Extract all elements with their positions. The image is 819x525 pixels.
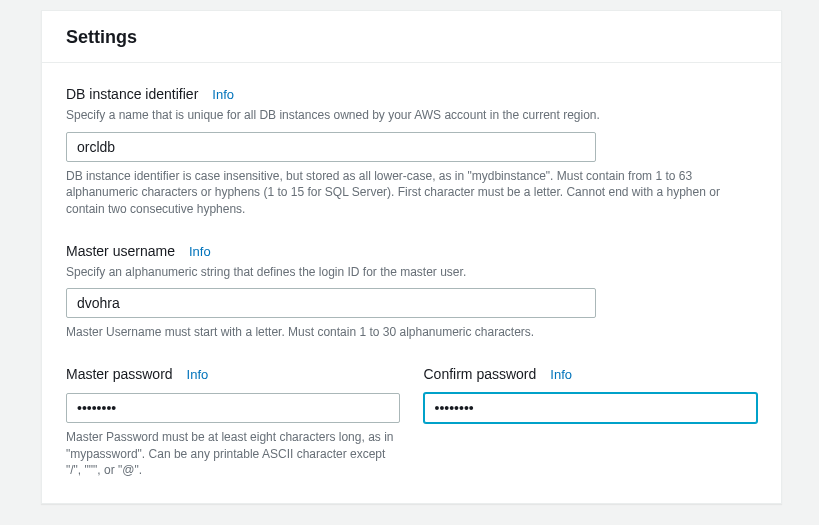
- panel-title: Settings: [66, 25, 761, 50]
- master-password-input[interactable]: [66, 393, 400, 423]
- password-row: Master password Info Master Password mus…: [66, 365, 757, 479]
- confirm-password-input[interactable]: [424, 393, 758, 423]
- master-password-help: Master Password must be at least eight c…: [66, 429, 400, 479]
- panel-header: Settings: [42, 11, 781, 63]
- db-identifier-label: DB instance identifier: [66, 85, 198, 105]
- db-identifier-info-link[interactable]: Info: [212, 86, 234, 104]
- db-identifier-description: Specify a name that is unique for all DB…: [66, 107, 757, 124]
- master-password-info-link[interactable]: Info: [187, 366, 209, 384]
- db-identifier-field: DB instance identifier Info Specify a na…: [66, 85, 757, 218]
- confirm-password-label: Confirm password: [424, 365, 537, 385]
- master-username-input[interactable]: [66, 288, 596, 318]
- db-identifier-help: DB instance identifier is case insensiti…: [66, 168, 757, 218]
- master-username-help: Master Username must start with a letter…: [66, 324, 757, 341]
- master-password-label: Master password: [66, 365, 173, 385]
- master-password-field: Master password Info Master Password mus…: [66, 365, 400, 479]
- master-username-field: Master username Info Specify an alphanum…: [66, 242, 757, 341]
- db-identifier-input[interactable]: [66, 132, 596, 162]
- confirm-password-field: Confirm password Info: [424, 365, 758, 479]
- master-username-info-link[interactable]: Info: [189, 243, 211, 261]
- settings-panel: Settings DB instance identifier Info Spe…: [41, 10, 782, 504]
- confirm-password-info-link[interactable]: Info: [550, 366, 572, 384]
- master-username-description: Specify an alphanumeric string that defi…: [66, 264, 757, 281]
- master-username-label: Master username: [66, 242, 175, 262]
